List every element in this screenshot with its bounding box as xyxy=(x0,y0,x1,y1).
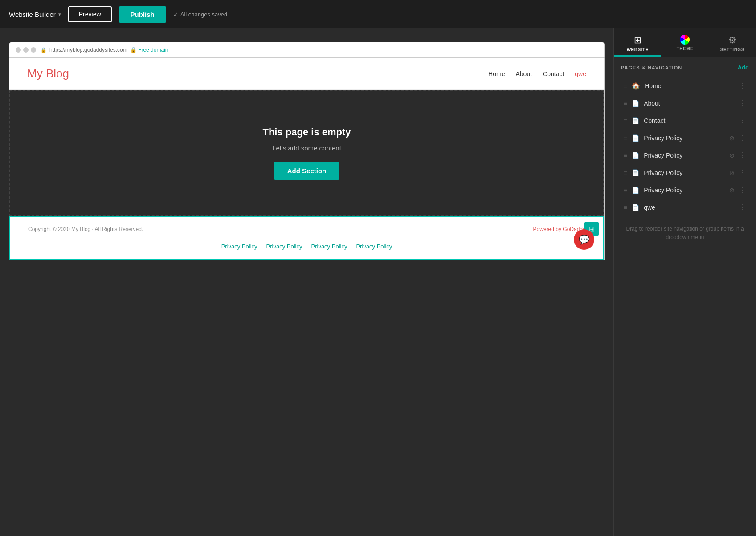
dot-red xyxy=(16,47,21,53)
drag-handle-privacy3: ≡ xyxy=(624,169,627,176)
privacy2-page-icon: 📄 xyxy=(632,152,639,159)
brand-label: Website Builder xyxy=(9,11,56,18)
tab-settings[interactable]: ⚙ SETTINGS xyxy=(709,28,756,57)
empty-page-title: This page is empty xyxy=(262,126,351,138)
free-domain-link[interactable]: 🔒 Free domain xyxy=(130,47,168,53)
check-icon: ✓ xyxy=(173,11,178,18)
nav-item-privacy3-menu[interactable]: ⋮ xyxy=(739,168,746,177)
site-header: My Blog Home About Contact qwe xyxy=(9,58,604,90)
footer-link-2[interactable]: Privacy Policy xyxy=(266,243,302,250)
nav-item-about-menu[interactable]: ⋮ xyxy=(739,99,746,107)
site-logo[interactable]: My Blog xyxy=(27,67,69,81)
dot-yellow xyxy=(23,47,29,53)
powered-prefix: Powered by xyxy=(533,226,563,232)
nav-item-qwe[interactable]: ≡ 📄 qwe ⋮ xyxy=(621,199,749,216)
drag-handle-qwe: ≡ xyxy=(624,204,627,211)
nav-item-qwe-label: qwe xyxy=(644,204,735,211)
right-panel: ⊞ WEBSITE THEME ⚙ SETTINGS PAGES & NAVIG… xyxy=(613,28,756,536)
preview-button[interactable]: Preview xyxy=(68,6,112,22)
nav-item-contact-label: Contact xyxy=(644,117,735,124)
site-footer: ⊞ Copyright © 2020 My Blog · All Rights … xyxy=(9,216,604,260)
saved-label: All changes saved xyxy=(180,11,228,18)
nav-item-contact-menu[interactable]: ⋮ xyxy=(739,116,746,125)
panel-hint: Drag to reorder site navigation or group… xyxy=(621,225,749,242)
settings-icon: ⚙ xyxy=(728,35,736,45)
panel-tabs: ⊞ WEBSITE THEME ⚙ SETTINGS xyxy=(614,28,756,57)
site-nav: Home About Contact qwe xyxy=(488,70,586,77)
brand-button[interactable]: Website Builder ▾ xyxy=(9,11,61,18)
add-section-button[interactable]: Add Section xyxy=(274,162,340,180)
nav-about[interactable]: About xyxy=(515,70,532,77)
contact-page-icon: 📄 xyxy=(632,117,639,124)
chat-bubble-button[interactable]: 💬 xyxy=(574,229,594,250)
drag-handle-contact: ≡ xyxy=(624,117,627,124)
canvas-area: 🔒 https://myblog.godaddysites.com 🔒 Free… xyxy=(0,28,613,536)
privacy4-page-icon: 📄 xyxy=(632,187,639,194)
nav-item-qwe-menu[interactable]: ⋮ xyxy=(739,203,746,211)
footer-top: Copyright © 2020 My Blog · All Rights Re… xyxy=(28,226,585,239)
nav-item-about[interactable]: ≡ 📄 About ⋮ xyxy=(621,94,749,112)
privacy3-hidden-icon: ⊘ xyxy=(729,169,735,176)
drag-handle-about: ≡ xyxy=(624,100,627,107)
nav-item-contact[interactable]: ≡ 📄 Contact ⋮ xyxy=(621,112,749,129)
nav-item-home-label: Home xyxy=(645,82,735,89)
nav-item-privacy2[interactable]: ≡ 📄 Privacy Policy ⊘ ⋮ xyxy=(621,146,749,164)
footer-links: Privacy Policy Privacy Policy Privacy Po… xyxy=(28,239,585,250)
footer-wrapper: ⊞ Copyright © 2020 My Blog · All Rights … xyxy=(9,216,604,260)
nav-item-privacy4[interactable]: ≡ 📄 Privacy Policy ⊘ ⋮ xyxy=(621,181,749,199)
panel-header: PAGES & NAVIGATION Add xyxy=(621,64,749,71)
empty-page-section: This page is empty Let's add some conten… xyxy=(9,90,604,216)
nav-item-home-menu[interactable]: ⋮ xyxy=(739,81,746,90)
drag-handle-privacy1: ≡ xyxy=(624,134,627,142)
nav-item-privacy1-label: Privacy Policy xyxy=(644,134,725,142)
about-page-icon: 📄 xyxy=(632,100,639,107)
publish-button[interactable]: Publish xyxy=(119,6,166,23)
qwe-page-icon: 📄 xyxy=(632,204,639,211)
tab-settings-label: SETTINGS xyxy=(720,47,744,52)
nav-item-home[interactable]: ≡ 🏠 Home ⋮ xyxy=(621,77,749,94)
privacy2-hidden-icon: ⊘ xyxy=(729,152,735,159)
main-area: 🔒 https://myblog.godaddysites.com 🔒 Free… xyxy=(0,28,756,536)
nav-item-privacy1-menu[interactable]: ⋮ xyxy=(739,134,746,142)
browser-chrome: 🔒 https://myblog.godaddysites.com 🔒 Free… xyxy=(9,42,605,58)
panel-content: PAGES & NAVIGATION Add ≡ 🏠 Home ⋮ ≡ 📄 Ab… xyxy=(614,57,756,536)
nav-home[interactable]: Home xyxy=(488,70,505,77)
empty-page-subtitle: Let's add some content xyxy=(272,144,341,152)
nav-item-privacy2-label: Privacy Policy xyxy=(644,152,725,159)
tab-theme-label: THEME xyxy=(677,46,694,51)
browser-dots xyxy=(16,47,36,53)
browser-url-bar: 🔒 https://myblog.godaddysites.com 🔒 Free… xyxy=(41,47,168,53)
tab-website-label: WEBSITE xyxy=(627,47,649,52)
dot-green xyxy=(31,47,36,53)
section-title: PAGES & NAVIGATION xyxy=(621,65,682,70)
nav-item-privacy3-label: Privacy Policy xyxy=(644,169,725,176)
home-page-icon: 🏠 xyxy=(632,82,640,90)
footer-link-4[interactable]: Privacy Policy xyxy=(356,243,392,250)
footer-copyright: Copyright © 2020 My Blog · All Rights Re… xyxy=(28,226,143,232)
theme-color-icon xyxy=(680,35,690,45)
lock-icon: 🔒 xyxy=(41,47,47,53)
footer-link-1[interactable]: Privacy Policy xyxy=(221,243,257,250)
tab-website[interactable]: ⊞ WEBSITE xyxy=(614,28,661,57)
privacy4-hidden-icon: ⊘ xyxy=(729,187,735,194)
add-page-button[interactable]: Add xyxy=(738,64,749,71)
nav-item-privacy3[interactable]: ≡ 📄 Privacy Policy ⊘ ⋮ xyxy=(621,164,749,181)
nav-item-privacy4-menu[interactable]: ⋮ xyxy=(739,186,746,194)
tab-theme[interactable]: THEME xyxy=(661,28,708,57)
nav-item-about-label: About xyxy=(644,100,735,107)
brand-chevron-icon: ▾ xyxy=(58,12,61,17)
nav-item-privacy2-menu[interactable]: ⋮ xyxy=(739,151,746,159)
drag-handle-privacy2: ≡ xyxy=(624,152,627,159)
website-icon: ⊞ xyxy=(634,35,642,45)
nav-qwe[interactable]: qwe xyxy=(575,70,586,77)
privacy1-page-icon: 📄 xyxy=(632,134,639,142)
footer-link-3[interactable]: Privacy Policy xyxy=(311,243,347,250)
nav-contact[interactable]: Contact xyxy=(543,70,564,77)
nav-item-privacy1[interactable]: ≡ 📄 Privacy Policy ⊘ ⋮ xyxy=(621,129,749,146)
drag-handle-privacy4: ≡ xyxy=(624,187,627,194)
drag-handle-home: ≡ xyxy=(624,82,627,89)
saved-status: ✓ All changes saved xyxy=(173,11,228,18)
privacy1-hidden-icon: ⊘ xyxy=(729,134,735,142)
privacy3-page-icon: 📄 xyxy=(632,169,639,176)
topbar: Website Builder ▾ Preview Publish ✓ All … xyxy=(0,0,756,28)
